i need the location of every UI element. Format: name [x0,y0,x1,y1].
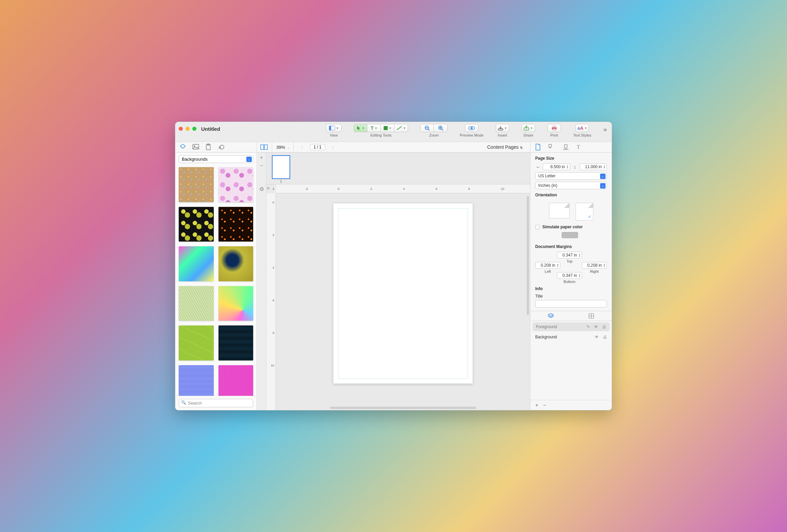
shapes-library-tab[interactable] [179,144,186,150]
background-thumbnail-6[interactable] [218,246,253,281]
background-thumbnail-10[interactable] [218,325,253,360]
background-thumbnail-1[interactable] [179,167,214,202]
inspector-panel: Page Size ↔ 8.500 in▲▼ ↕ 11.000 in▲▼ US … [530,153,612,410]
svg-line-3 [397,126,402,130]
remove-layer-button[interactable]: − [543,402,546,408]
eye-icon[interactable]: 👁 [594,324,598,329]
library-category-select[interactable]: Backgrounds ⌄ [179,155,253,163]
add-layer-button[interactable]: + [535,402,538,408]
print-icon[interactable]: 🖨 [603,335,607,339]
vertical-ruler[interactable]: 0246810 [266,193,276,410]
stepper-icon[interactable]: ▲▼ [578,273,581,278]
images-library-tab[interactable] [192,144,199,150]
vruler-tick: 0 [273,201,274,204]
vertical-scrollbar[interactable] [525,193,530,405]
toolbar-overflow-button[interactable]: » [604,124,607,133]
line-tool-button[interactable]: ▼ [395,124,408,132]
vruler-tick: 10 [271,364,274,367]
view-button[interactable]: ▼ [326,124,342,132]
background-thumbnail-3[interactable] [179,207,214,242]
simulate-paper-checkbox[interactable] [535,225,540,229]
hruler-tick: 4 [273,187,274,191]
print-button[interactable] [547,124,561,132]
app-body: Backgrounds ⌄ Search + − ⚙ 1 [175,153,612,410]
close-window-button[interactable] [179,127,183,131]
page-thumbnail-1[interactable]: 1 [272,155,290,183]
grid-tab[interactable] [571,311,612,321]
background-thumbnail-4[interactable] [218,207,253,242]
glyphs-tab[interactable]: a [217,144,224,150]
orientation-portrait-button[interactable]: ✓ [576,203,593,220]
svg-rect-17 [553,129,556,130]
select-caret-icon: ⌄ [600,183,606,189]
library-search-input[interactable]: Search [179,399,253,407]
text-styles-button[interactable]: AA▼ [575,124,589,132]
document-inspector-tab[interactable] [535,144,541,150]
page-height-field[interactable]: 11.000 in▲▼ [580,163,607,170]
vruler-tick: 6 [273,299,274,302]
text-tool-button[interactable]: T▼ [367,124,381,132]
select-tool-button[interactable]: ▼ [354,124,367,132]
margin-top-field[interactable]: 0.347 in▲▼ [557,252,582,259]
background-thumbnail-9[interactable] [179,325,214,360]
stepper-icon[interactable]: ▲▼ [602,263,606,268]
stepper-icon[interactable]: ▲▼ [578,252,581,258]
zoom-in-button[interactable] [434,124,448,132]
layers-tab[interactable] [530,311,571,321]
hruler-tick: 8 [468,187,470,191]
metrics-inspector-tab[interactable] [548,144,555,150]
remove-page-button[interactable]: − [260,163,263,169]
page-indicator-field[interactable]: 1 / 1 [310,144,325,150]
background-thumbnail-12[interactable] [218,365,253,396]
share-button[interactable]: ▼ [522,124,535,132]
zoom-level-select[interactable]: 39% ⌵ [276,145,289,150]
eye-icon[interactable]: 👁 [595,335,599,339]
print-icon[interactable]: 🖨 [602,324,606,329]
page-1[interactable] [333,203,473,384]
horizontal-ruler[interactable]: 4-2024681012 [276,184,530,193]
stepper-icon[interactable]: ▲▼ [566,164,570,170]
align-inspector-tab[interactable] [562,144,569,150]
line-icon [397,126,402,130]
background-thumbnail-2[interactable] [218,167,253,202]
pencil-icon[interactable]: ✎ [587,324,590,329]
units-select[interactable]: Inches (in)⌄ [535,182,607,189]
horizontal-scrollbar[interactable] [276,405,530,410]
two-page-view-button[interactable] [260,144,268,150]
next-page-button[interactable]: 〉 [331,144,337,150]
margin-bottom-field[interactable]: 0.347 in▲▼ [557,272,582,279]
insert-button[interactable]: ▼ [496,124,509,132]
canvas-viewport[interactable] [276,193,530,410]
margin-right-field[interactable]: 0.208 in▲▼ [582,262,607,269]
shape-tool-button[interactable]: ▼ [381,124,395,132]
background-thumbnail-11[interactable] [179,365,214,396]
preview-button[interactable] [465,124,478,132]
content-pages-menu[interactable]: Content Pages ⇅ [487,144,527,150]
height-icon: ↕ [572,164,578,170]
page-width-field[interactable]: 8.500 in▲▼ [543,163,570,170]
stepper-icon[interactable]: ▲▼ [556,263,560,268]
background-thumbnail-8[interactable] [218,286,253,321]
clipboard-tab[interactable] [205,144,211,150]
paper-color-swatch[interactable] [562,232,578,238]
document-title-field[interactable] [535,300,607,307]
add-page-button[interactable]: + [260,155,263,161]
background-thumbnail-7[interactable] [179,286,214,321]
prev-page-button[interactable]: 〈 [298,144,304,150]
page-settings-button[interactable]: ⚙ [259,186,264,192]
layer-background[interactable]: Background 👁 🖨 [530,333,612,341]
zoom-out-button[interactable] [420,124,434,132]
layer-foreground[interactable]: Foreground ✎ 👁 🖨 [532,322,610,331]
editing-tools-group: ▼ T▼ ▼ ▼ Editing Tools [354,124,408,137]
minimize-window-button[interactable] [186,127,190,131]
text-inspector-tab[interactable]: T [577,144,580,150]
zoom-label: Zoom [429,133,439,137]
zoom-window-button[interactable] [192,127,196,131]
svg-rect-26 [564,145,567,148]
margin-left-field[interactable]: 0.208 in▲▼ [535,262,560,269]
vruler-tick: 8 [273,331,274,335]
orientation-landscape-button[interactable] [549,203,570,218]
background-thumbnail-5[interactable] [179,246,214,281]
stepper-icon[interactable]: ▲▼ [602,164,606,170]
page-preset-select[interactable]: US Letter⌄ [535,172,607,180]
